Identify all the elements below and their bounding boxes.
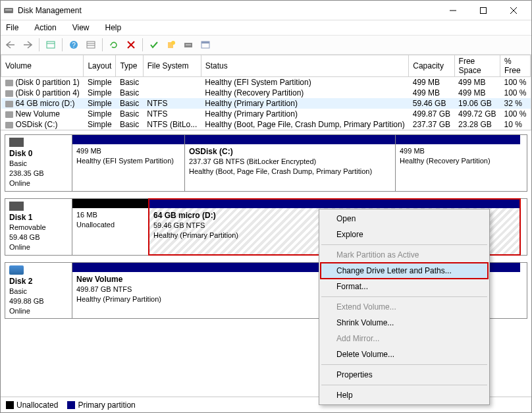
list-icon[interactable]	[84, 38, 98, 52]
menu-item: Extend Volume...	[321, 299, 488, 315]
refresh-icon[interactable]	[107, 38, 121, 52]
legend-swatch-primary	[67, 401, 75, 409]
volume-row[interactable]: OSDisk (C:)SimpleBasicNTFS (BitLo...Heal…	[1, 119, 531, 130]
volume-icon	[5, 122, 13, 128]
help-icon[interactable]: ?	[66, 38, 81, 52]
close-button[interactable]	[498, 1, 529, 20]
menu-item: Mark Partition as Active	[321, 247, 488, 263]
volume-icon	[5, 90, 13, 97]
menu-separator	[321, 296, 487, 297]
menu-item[interactable]: Open	[321, 211, 488, 227]
partition-stripe	[149, 199, 520, 208]
partition[interactable]: 16 MBUnallocated	[72, 199, 149, 255]
app-icon	[3, 5, 14, 16]
svg-rect-1	[5, 9, 12, 11]
volume-row[interactable]: (Disk 0 partition 1)SimpleBasicHealthy (…	[1, 77, 531, 88]
column-header[interactable]: File System	[143, 55, 201, 77]
properties-icon[interactable]	[198, 38, 213, 52]
column-header[interactable]: Capacity	[409, 55, 454, 77]
menu-item[interactable]: Delete Volume...	[321, 346, 488, 362]
menu-separator	[321, 364, 487, 365]
menu-item[interactable]: Properties	[321, 367, 488, 383]
legend-primary: Primary partition	[78, 400, 135, 410]
volume-row[interactable]: New VolumeSimpleBasicNTFSHealthy (Primar…	[1, 109, 531, 119]
partition[interactable]: OSDisk (C:)237.37 GB NTFS (BitLocker Enc…	[184, 135, 395, 191]
maximize-button[interactable]	[468, 1, 498, 20]
menu-item[interactable]: Shrink Volume...	[321, 315, 488, 331]
menu-separator	[321, 244, 487, 245]
disk-row: Disk 0Basic238.35 GBOnline499 MBHealthy …	[5, 134, 527, 192]
column-header[interactable]: Free Space	[454, 55, 500, 77]
column-header[interactable]: % Free	[500, 55, 530, 77]
partition-stripe	[185, 135, 395, 144]
partition-stripe	[396, 135, 520, 144]
svg-rect-3	[481, 7, 487, 13]
toolbar: ?	[1, 35, 531, 55]
disk-management-window: Disk Management File Action View Help ?	[0, 0, 532, 413]
titlebar: Disk Management	[1, 1, 531, 20]
menu-item[interactable]: Help	[321, 387, 488, 403]
column-header[interactable]: Volume	[1, 55, 84, 77]
menubar: File Action View Help	[1, 20, 531, 35]
volume-row[interactable]: (Disk 0 partition 4)SimpleBasicHealthy (…	[1, 88, 531, 98]
svg-rect-18	[186, 44, 191, 45]
svg-rect-6	[47, 41, 55, 48]
disk-hardware-icon	[9, 265, 24, 275]
partition-stripe	[72, 199, 149, 208]
column-header[interactable]: Layout	[84, 55, 116, 77]
disk-hardware-icon	[9, 202, 24, 211]
svg-point-16	[171, 41, 175, 45]
disk-info[interactable]: Disk 2Basic499.88 GBOnline	[5, 263, 72, 319]
menu-separator	[321, 385, 487, 385]
forward-icon[interactable]	[20, 38, 35, 52]
delete-icon[interactable]	[124, 38, 138, 52]
context-menu: OpenExploreMark Partition as ActiveChang…	[319, 209, 490, 405]
new-icon[interactable]	[164, 38, 178, 52]
volume-icon	[5, 80, 13, 86]
volume-icon	[5, 111, 13, 118]
volume-list: VolumeLayoutTypeFile SystemStatusCapacit…	[1, 55, 531, 130]
disk-hardware-icon	[9, 138, 24, 147]
legend-unallocated: Unallocated	[16, 400, 58, 410]
partition[interactable]: 499 MBHealthy (Recovery Partition)	[395, 135, 520, 191]
volume-icon	[5, 101, 13, 107]
column-header[interactable]: Status	[201, 55, 408, 77]
menu-action[interactable]: Action	[32, 22, 59, 34]
window-title: Disk Management	[18, 6, 438, 15]
minimize-button[interactable]	[438, 1, 468, 20]
vertical-scrollbar[interactable]	[531, 55, 531, 130]
partition-stripe	[72, 135, 184, 144]
menu-item[interactable]: Format...	[321, 279, 488, 294]
svg-rect-10	[87, 41, 95, 48]
volume-row[interactable]: 64 GB micro (D:)SimpleBasicNTFSHealthy (…	[1, 98, 531, 109]
legend-swatch-unallocated	[6, 401, 14, 409]
show-hide-icon[interactable]	[43, 38, 58, 52]
menu-item: Add Mirror...	[321, 331, 488, 346]
disk-info[interactable]: Disk 0Basic238.35 GBOnline	[5, 135, 72, 191]
menu-item[interactable]: Change Drive Letter and Paths...	[321, 263, 488, 279]
column-header[interactable]: Type	[116, 55, 143, 77]
menu-help[interactable]: Help	[103, 22, 124, 34]
menu-item[interactable]: Explore	[321, 227, 488, 242]
svg-rect-20	[201, 41, 209, 43]
svg-text:?: ?	[72, 41, 76, 49]
disk-icon[interactable]	[181, 38, 196, 52]
menu-view[interactable]: View	[70, 22, 92, 34]
check-icon[interactable]	[147, 38, 161, 52]
back-icon[interactable]	[3, 38, 18, 52]
partition[interactable]: 499 MBHealthy (EFI System Partition)	[72, 135, 184, 191]
disk-info[interactable]: Disk 1Removable59.48 GBOnline	[5, 199, 72, 255]
menu-file[interactable]: File	[3, 22, 21, 34]
